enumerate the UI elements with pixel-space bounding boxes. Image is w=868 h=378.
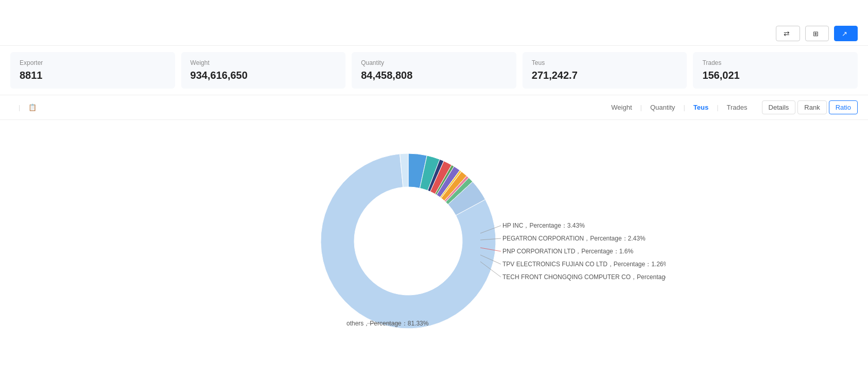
stat-value: 271,242.7 [532,70,678,81]
svg-text:TPV ELECTRONICS FUJIAN CO LTD，: TPV ELECTRONICS FUJIAN CO LTD，Percentage… [502,261,666,268]
stat-card-trades: Trades156,021 [693,52,858,89]
stat-label: Exporter [20,59,166,66]
view-btn-rank[interactable]: Rank [797,100,826,114]
merge-button[interactable]: ⊞ [805,26,829,41]
svg-text:HP INC，Percentage：3.43%: HP INC，Percentage：3.43% [502,222,585,229]
svg-text:PEGATRON CORPORATION，Percentag: PEGATRON CORPORATION，Percentage：2.43% [502,235,646,242]
stat-card-exporter: Exporter8811 [10,52,175,89]
svg-text:TECH FRONT CHONGQING COMPUTER : TECH FRONT CHONGQING COMPUTER CO，Percent… [502,273,666,281]
chart-area: HP INC，Percentage：3.43% PEGATRON CORPORA… [0,120,868,357]
stat-label: Trades [702,59,848,66]
records-icon: 📋 [28,104,37,111]
sync-icon: ⇄ [784,29,790,38]
export-icon: ↗ [842,30,847,38]
stat-label: Teus [532,59,678,66]
stat-value: 8811 [20,70,166,81]
view-btn-ratio[interactable]: Ratio [829,100,858,114]
stat-value: 156,021 [702,70,848,81]
filter-tab-teus[interactable]: Teus [687,101,715,114]
stats-row: Exporter8811Weight934,616,650Quantity84,… [0,46,868,95]
toolbar: ⇄ ⊞ ↗ [0,22,868,46]
report-header [0,0,868,22]
stat-card-quantity: Quantity84,458,808 [352,52,516,89]
stat-value: 84,458,808 [361,70,507,81]
stat-card-weight: Weight934,616,650 [181,52,346,89]
filter-tab-quantity[interactable]: Quantity [644,101,681,114]
stat-label: Weight [190,59,337,66]
details-right: Weight|Quantity|Teus|TradesDetailsRankRa… [605,100,858,114]
filter-tab-weight[interactable]: Weight [605,101,638,114]
export-button[interactable]: ↗ [834,26,858,41]
view-btn-details[interactable]: Details [762,100,796,114]
donut-chart-svg: HP INC，Percentage：3.43% PEGATRON CORPORA… [202,130,666,352]
details-left: | 📋 [10,104,39,111]
toolbar-actions: ⇄ ⊞ ↗ [776,26,858,41]
svg-text:PNP CORPORATION LTD，Percentage: PNP CORPORATION LTD，Percentage：1.6% [502,248,633,255]
details-bar: | 📋 Weight|Quantity|Teus|TradesDetailsRa… [0,95,868,120]
donut-chart-wrapper: HP INC，Percentage：3.43% PEGATRON CORPORA… [202,130,666,347]
stat-label: Quantity [361,59,507,66]
merge-icon: ⊞ [813,30,819,38]
sync-crm-button[interactable]: ⇄ [776,26,800,41]
stat-card-teus: Teus271,242.7 [523,52,687,89]
view-trade-records-button[interactable]: 📋 [28,104,39,111]
stat-value: 934,616,650 [190,70,337,81]
svg-text:others，Percentage：81.33%: others，Percentage：81.33% [346,320,429,327]
filter-tab-trades[interactable]: Trades [721,101,754,114]
